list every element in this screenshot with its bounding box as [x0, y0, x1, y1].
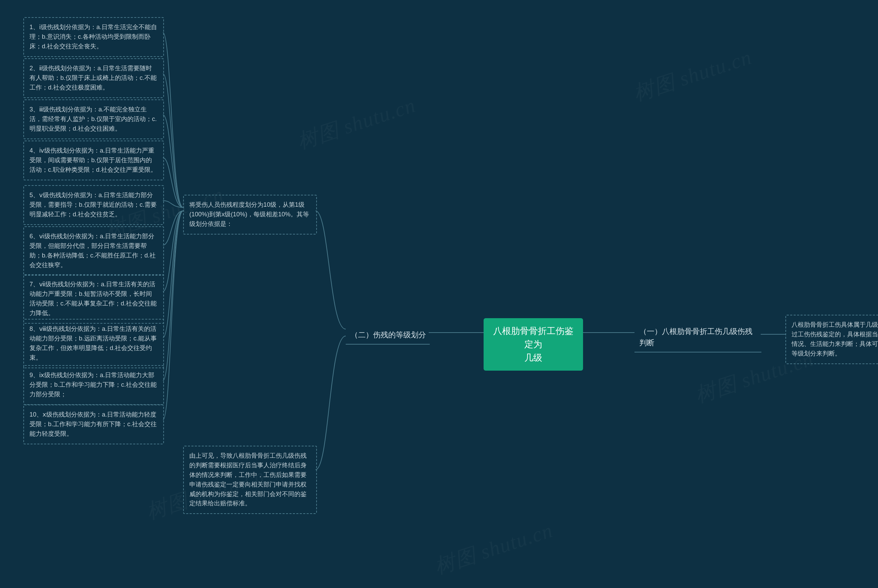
leaf-intro: 将受伤人员伤残程度划分为10级，从第1级(100%)到第x级(10%)，每级相差… [183, 195, 317, 234]
watermark: 树图 shutu.cn [294, 92, 419, 156]
leaf-level-8: 8、ⅷ级伤残划分依据为：a.日常生活有关的活动能力部分受限；b.远距离活动受限；… [23, 319, 164, 368]
leaf-level-10: 10、ⅹ级伤残划分依据为：a.日常活动能力轻度受限；b.工作和学习能力有所下降；… [23, 405, 164, 444]
leaf-level-3: 3、ⅲ级伤残划分依据为：a.不能完全独立生活，需经常有人监护；b.仅限于室内的活… [23, 99, 164, 139]
leaf-level-2: 2、ⅱ级伤残划分依据为：a.日常生活需要随时有人帮助；b.仅限于床上或椅上的活动… [23, 58, 164, 98]
leaf-level-5: 5、ⅴ级伤残划分依据为：a.日常生活能力部分受限，需要指导；b.仅限于就近的活动… [23, 185, 164, 225]
leaf-summary: 由上可见，导致八根肋骨骨折工伤几级伤残的判断需要根据医疗后当事人治疗终结后身体的… [183, 446, 317, 514]
leaf-level-1: 1、ⅰ级伤残划分依据为：a.日常生活完全不能自理；b.意识消失；c.各种活动均受… [23, 17, 164, 57]
watermark: 树图 shutu.cn [630, 44, 755, 108]
branch-right[interactable]: （一）八根肋骨骨折工伤几级伤残 判断 [635, 322, 761, 352]
leaf-level-6: 6、ⅵ级伤残划分依据为：a.日常生活能力部分受限，但能部分代偿，部分日常生活需要… [23, 226, 164, 276]
branch-left[interactable]: （二）伤残的等级划分 [346, 326, 430, 345]
leaf-right-judgment: 八根肋骨骨折工伤具体属于几级伤残是要通过工伤伤残鉴定的，具体根据当事人的身体情况… [785, 315, 878, 364]
root-node[interactable]: 八根肋骨骨折工伤鉴定为 几级 [483, 318, 583, 370]
leaf-level-4: 4、ⅳ级伤残划分依据为：a.日常生活能力严重受限，间或需要帮助；b.仅限于居住范… [23, 141, 164, 180]
leaf-level-9: 9、ⅸ级伤残划分依据为：a.日常活动能力大部分受限；b.工作和学习能力下降；c.… [23, 365, 164, 405]
leaf-level-7: 7、ⅶ级伤残划分依据为：a.日常生活有关的活动能力严重受限；b.短暂活动不受限，… [23, 274, 164, 324]
watermark: 树图 shutu.cn [431, 517, 556, 581]
